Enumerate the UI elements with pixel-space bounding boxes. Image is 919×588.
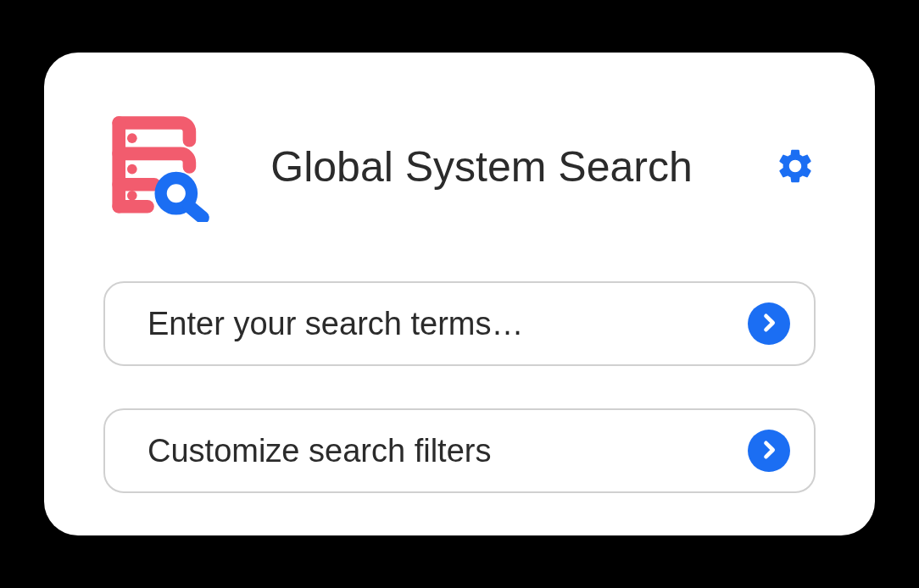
svg-point-1	[127, 164, 137, 175]
svg-line-4	[189, 207, 203, 218]
search-card: Global System Search Customize search fi…	[44, 53, 875, 535]
search-field-row[interactable]	[103, 281, 816, 366]
gear-icon	[775, 146, 816, 189]
search-submit-button[interactable]	[748, 302, 790, 345]
header: Global System Search	[103, 112, 816, 222]
chevron-right-icon	[757, 438, 781, 464]
filters-open-button[interactable]	[748, 430, 790, 472]
page-title: Global System Search	[214, 142, 775, 191]
search-input[interactable]	[148, 306, 748, 342]
filters-label: Customize search filters	[148, 433, 748, 469]
svg-point-2	[127, 191, 137, 201]
svg-point-0	[127, 133, 137, 143]
settings-button[interactable]	[775, 147, 816, 187]
database-search-icon	[103, 112, 214, 222]
chevron-right-icon	[757, 311, 781, 337]
filters-row[interactable]: Customize search filters	[103, 408, 816, 493]
